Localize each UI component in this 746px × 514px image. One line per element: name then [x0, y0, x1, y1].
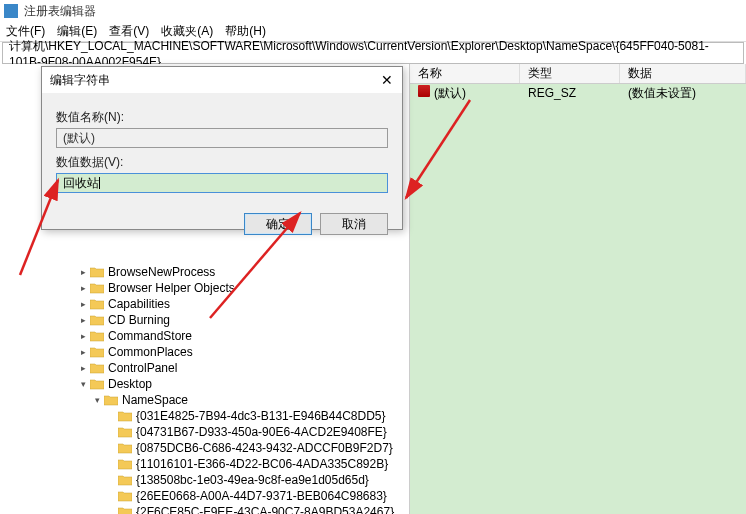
- spacer: [106, 427, 116, 437]
- value-data-input[interactable]: 回收站: [56, 173, 388, 193]
- value-name: (默认): [410, 85, 520, 102]
- value-name-label: 数值名称(N):: [56, 109, 388, 126]
- tree-label: BrowseNewProcess: [108, 264, 215, 280]
- value-type: REG_SZ: [520, 86, 620, 100]
- value-data: (数值未设置): [620, 85, 746, 102]
- value-row[interactable]: (默认) REG_SZ (数值未设置): [410, 84, 746, 102]
- tree-item[interactable]: ▸Capabilities: [0, 296, 409, 312]
- window-title: 注册表编辑器: [24, 3, 96, 20]
- window-titlebar: 注册表编辑器: [0, 0, 746, 22]
- folder-icon: [118, 443, 132, 454]
- tree-label: {031E4825-7B94-4dc3-B131-E946B44C8DD5}: [136, 408, 386, 424]
- dialog-titlebar[interactable]: 编辑字符串 ✕: [42, 67, 402, 93]
- tree-item[interactable]: {031E4825-7B94-4dc3-B131-E946B44C8DD5}: [0, 408, 409, 424]
- app-icon: [4, 4, 18, 18]
- folder-icon: [104, 395, 118, 406]
- folder-icon: [90, 379, 104, 390]
- close-icon: ✕: [381, 72, 393, 88]
- ok-button[interactable]: 确定: [244, 213, 312, 235]
- value-data-label: 数值数据(V):: [56, 154, 388, 171]
- col-header-type[interactable]: 类型: [520, 64, 620, 83]
- folder-icon: [90, 315, 104, 326]
- tree-label: {0875DCB6-C686-4243-9432-ADCCF0B9F2D7}: [136, 440, 393, 456]
- spacer: [106, 491, 116, 501]
- tree-label: {26EE0668-A00A-44D7-9371-BEB064C98683}: [136, 488, 387, 504]
- chevron-right-icon[interactable]: ▸: [78, 315, 88, 325]
- tree-item[interactable]: ▸CommandStore: [0, 328, 409, 344]
- tree-item[interactable]: {0875DCB6-C686-4243-9432-ADCCF0B9F2D7}: [0, 440, 409, 456]
- tree-label: CommandStore: [108, 328, 192, 344]
- col-header-name[interactable]: 名称: [410, 64, 520, 83]
- tree-item[interactable]: ▸CD Burning: [0, 312, 409, 328]
- folder-icon: [118, 507, 132, 515]
- cancel-button[interactable]: 取消: [320, 213, 388, 235]
- folder-icon: [118, 475, 132, 486]
- edit-string-dialog: 编辑字符串 ✕ 数值名称(N): (默认) 数值数据(V): 回收站 确定 取消: [41, 66, 403, 230]
- chevron-right-icon[interactable]: ▸: [78, 283, 88, 293]
- tree-label: {11016101-E366-4D22-BC06-4ADA335C892B}: [136, 456, 388, 472]
- dialog-title: 编辑字符串: [50, 72, 110, 89]
- chevron-right-icon[interactable]: ▸: [78, 331, 88, 341]
- spacer: [106, 411, 116, 421]
- dialog-close-button[interactable]: ✕: [372, 67, 402, 93]
- tree-item[interactable]: ▸Browser Helper Objects: [0, 280, 409, 296]
- tree-label: {2F6CE85C-F9EE-43CA-90C7-8A9BD53A2467}: [136, 504, 394, 514]
- tree-label: CD Burning: [108, 312, 170, 328]
- tree-item[interactable]: ▾NameSpace: [0, 392, 409, 408]
- value-name-field: (默认): [56, 128, 388, 148]
- folder-icon: [118, 427, 132, 438]
- folder-icon: [118, 491, 132, 502]
- tree-label: {138508bc-1e03-49ea-9c8f-ea9e1d05d65d}: [136, 472, 369, 488]
- chevron-right-icon[interactable]: ▸: [78, 299, 88, 309]
- tree-label: Capabilities: [108, 296, 170, 312]
- tree-item[interactable]: ▸BrowseNewProcess: [0, 264, 409, 280]
- tree-item[interactable]: {138508bc-1e03-49ea-9c8f-ea9e1d05d65d}: [0, 472, 409, 488]
- tree-label: ControlPanel: [108, 360, 177, 376]
- string-value-icon: [418, 85, 430, 97]
- folder-icon: [118, 411, 132, 422]
- folder-icon: [90, 363, 104, 374]
- tree-item[interactable]: {11016101-E366-4D22-BC06-4ADA335C892B}: [0, 456, 409, 472]
- chevron-right-icon[interactable]: ▸: [78, 267, 88, 277]
- chevron-right-icon[interactable]: ▸: [78, 363, 88, 373]
- text-cursor: [99, 177, 100, 189]
- spacer: [106, 443, 116, 453]
- list-header: 名称 类型 数据: [410, 64, 746, 84]
- tree-label: Desktop: [108, 376, 152, 392]
- folder-icon: [90, 299, 104, 310]
- tree-label: CommonPlaces: [108, 344, 193, 360]
- spacer: [106, 507, 116, 514]
- tree-label: NameSpace: [122, 392, 188, 408]
- tree-item[interactable]: ▸CommonPlaces: [0, 344, 409, 360]
- spacer: [106, 475, 116, 485]
- folder-icon: [90, 347, 104, 358]
- folder-icon: [90, 283, 104, 294]
- folder-icon: [118, 459, 132, 470]
- tree-item[interactable]: {2F6CE85C-F9EE-43CA-90C7-8A9BD53A2467}: [0, 504, 409, 514]
- values-pane[interactable]: 名称 类型 数据 (默认) REG_SZ (数值未设置): [410, 64, 746, 514]
- folder-icon: [90, 267, 104, 278]
- tree-item[interactable]: {26EE0668-A00A-44D7-9371-BEB064C98683}: [0, 488, 409, 504]
- folder-icon: [90, 331, 104, 342]
- tree-label: Browser Helper Objects: [108, 280, 235, 296]
- spacer: [106, 459, 116, 469]
- tree-label: {04731B67-D933-450a-90E6-4ACD2E9408FE}: [136, 424, 387, 440]
- address-bar[interactable]: 计算机\HKEY_LOCAL_MACHINE\SOFTWARE\Microsof…: [2, 42, 744, 64]
- chevron-down-icon[interactable]: ▾: [78, 379, 88, 389]
- chevron-right-icon[interactable]: ▸: [78, 347, 88, 357]
- tree-item[interactable]: {04731B67-D933-450a-90E6-4ACD2E9408FE}: [0, 424, 409, 440]
- tree-item[interactable]: ▸ControlPanel: [0, 360, 409, 376]
- chevron-down-icon[interactable]: ▾: [92, 395, 102, 405]
- col-header-data[interactable]: 数据: [620, 64, 746, 83]
- tree-item[interactable]: ▾Desktop: [0, 376, 409, 392]
